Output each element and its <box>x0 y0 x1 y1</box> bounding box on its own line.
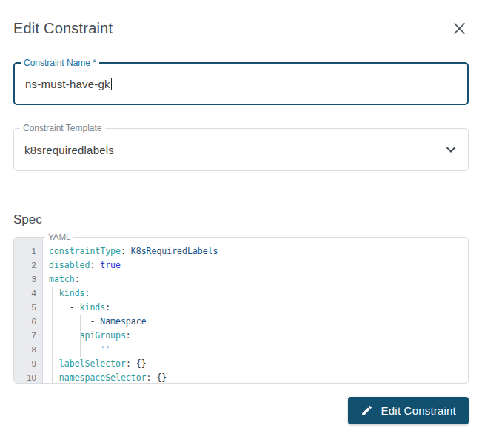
code-line[interactable]: disabled: true <box>49 258 468 273</box>
pencil-icon <box>361 404 373 417</box>
close-button[interactable] <box>450 19 469 38</box>
code-line[interactable]: constraintType: K8sRequiredLabels <box>49 244 468 258</box>
line-number: 8 <box>14 343 42 357</box>
code-line[interactable]: namespaceSelector: {} <box>49 371 468 383</box>
line-number: 3 <box>14 273 42 287</box>
line-number: 1 <box>14 244 42 258</box>
code-line[interactable]: apiGroups: <box>49 329 468 343</box>
constraint-name-input[interactable]: ns-must-have-gk <box>15 64 467 104</box>
code-line[interactable]: - Namespace <box>49 315 468 329</box>
constraint-name-field[interactable]: Constraint Name * ns-must-have-gk <box>13 62 469 105</box>
code-line[interactable]: - '' <box>49 343 468 357</box>
constraint-template-field[interactable]: Constraint Template k8srequiredlabels <box>13 128 469 171</box>
spec-heading: Spec <box>13 213 469 227</box>
code-line[interactable]: kinds: <box>49 287 468 301</box>
line-number: 7 <box>14 329 42 343</box>
edit-constraint-button[interactable]: Edit Constraint <box>348 397 469 424</box>
constraint-template-label: Constraint Template <box>20 123 105 134</box>
close-icon <box>453 22 466 35</box>
line-number: 4 <box>14 287 42 301</box>
yaml-editor[interactable]: YAML 12345678910 constraintType: K8sRequ… <box>13 237 469 384</box>
line-number: 5 <box>14 301 42 315</box>
code-lines: constraintType: K8sRequiredLabelsdisable… <box>49 244 468 383</box>
line-number-gutter: 12345678910 <box>14 238 43 383</box>
constraint-template-select[interactable]: k8srequiredlabels <box>14 129 468 170</box>
code-line[interactable]: match: <box>49 273 468 287</box>
constraint-template-value: k8srequiredlabels <box>24 144 114 156</box>
code-area[interactable]: constraintType: K8sRequiredLabelsdisable… <box>43 238 468 383</box>
chevron-down-icon[interactable] <box>446 147 456 153</box>
line-number: 6 <box>14 315 42 329</box>
code-line[interactable]: labelSelector: {} <box>49 357 468 371</box>
indent-guide <box>52 287 53 383</box>
line-number: 2 <box>14 258 42 273</box>
text-cursor <box>111 78 113 90</box>
dialog-title: Edit Constraint <box>13 20 113 37</box>
dialog-header: Edit Constraint <box>13 0 469 38</box>
indent-guide <box>80 315 81 357</box>
constraint-name-value: ns-must-have-gk <box>25 78 110 90</box>
constraint-name-label: Constraint Name * <box>21 58 99 69</box>
code-line[interactable]: - kinds: <box>49 301 468 315</box>
dialog-footer: Edit Constraint <box>13 397 469 424</box>
edit-constraint-dialog: Edit Constraint Constraint Name * ns-mus… <box>0 0 482 424</box>
edit-constraint-button-label: Edit Constraint <box>381 404 456 417</box>
line-number: 9 <box>14 357 42 371</box>
line-number: 10 <box>14 371 42 385</box>
